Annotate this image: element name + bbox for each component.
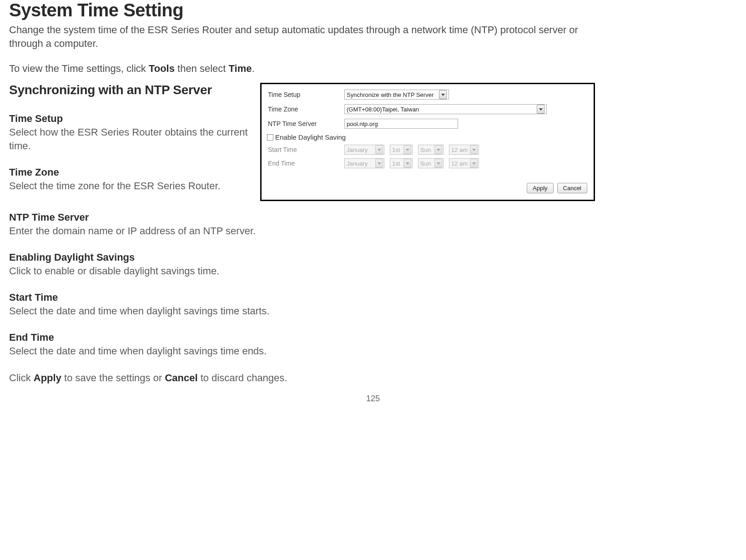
chevron-down-icon bbox=[403, 145, 411, 154]
end-hour-value: 12 am bbox=[451, 160, 468, 167]
label-end-time: End Time bbox=[267, 160, 344, 167]
def-ntp: NTP Time Server Enter the domain name or… bbox=[9, 212, 737, 238]
def-end-time-title: End Time bbox=[9, 332, 737, 343]
start-day-select[interactable]: Sun bbox=[418, 145, 444, 155]
apply-cancel-note: Click Apply to save the settings or Canc… bbox=[9, 371, 737, 385]
def-time-setup-title: Time Setup bbox=[9, 113, 255, 125]
def-start-time-title: Start Time bbox=[9, 292, 737, 303]
chevron-down-icon bbox=[537, 105, 544, 114]
apply-suffix: to discard changes. bbox=[198, 372, 287, 383]
time-zone-value: (GMT+08:00)Taipei, Taiwan bbox=[347, 106, 419, 113]
apply-prefix: Click bbox=[9, 372, 34, 383]
enable-dst-checkbox[interactable] bbox=[267, 134, 273, 141]
start-month-select[interactable]: January bbox=[344, 145, 384, 155]
def-time-setup: Time Setup Select how the ESR Series Rou… bbox=[9, 113, 255, 152]
def-time-zone: Time Zone Select the time zone for the E… bbox=[9, 166, 255, 193]
start-hour-select[interactable]: 12 am bbox=[449, 145, 479, 155]
end-hour-select[interactable]: 12 am bbox=[449, 158, 479, 168]
chevron-down-icon bbox=[470, 159, 478, 168]
page-number: 125 bbox=[9, 394, 737, 404]
intro-text: Change the system time of the ESR Series… bbox=[9, 23, 582, 50]
page-title: System Time Setting bbox=[9, 0, 737, 20]
start-month-value: January bbox=[347, 146, 368, 153]
label-time-setup: Time Setup bbox=[267, 91, 344, 98]
apply-bold: Apply bbox=[34, 372, 61, 383]
chevron-down-icon bbox=[434, 145, 442, 154]
chevron-down-icon bbox=[375, 159, 383, 168]
end-ord-value: 1st bbox=[392, 160, 400, 167]
start-ord-value: 1st bbox=[392, 146, 400, 153]
nav-time: Time bbox=[229, 63, 252, 74]
ntp-server-input[interactable] bbox=[344, 119, 458, 129]
def-end-time: End Time Select the date and time when d… bbox=[9, 332, 737, 358]
start-ordinal-select[interactable]: 1st bbox=[390, 145, 413, 155]
time-settings-panel: Time Setup Synchronize with the NTP Serv… bbox=[260, 83, 595, 201]
apply-button[interactable]: Apply bbox=[527, 183, 554, 193]
label-time-zone: Time Zone bbox=[267, 106, 344, 113]
def-time-zone-title: Time Zone bbox=[9, 166, 255, 178]
nav-tools: Tools bbox=[149, 63, 175, 74]
end-ordinal-select[interactable]: 1st bbox=[390, 158, 413, 168]
def-end-time-body: Select the date and time when daylight s… bbox=[9, 344, 737, 358]
start-hour-value: 12 am bbox=[451, 146, 468, 153]
chevron-down-icon bbox=[434, 159, 442, 168]
time-setup-select[interactable]: Synchronize with the NTP Server bbox=[344, 90, 449, 100]
def-time-zone-body: Select the time zone for the ESR Series … bbox=[9, 179, 255, 193]
def-start-time: Start Time Select the date and time when… bbox=[9, 292, 737, 318]
end-day-select[interactable]: Sun bbox=[418, 158, 444, 168]
cancel-bold: Cancel bbox=[165, 372, 197, 383]
chevron-down-icon bbox=[403, 159, 411, 168]
def-ntp-body: Enter the domain name or IP address of a… bbox=[9, 224, 737, 238]
def-dst-enable: Enabling Daylight Savings Click to enabl… bbox=[9, 252, 737, 278]
end-month-select[interactable]: January bbox=[344, 158, 384, 168]
def-start-time-body: Select the date and time when daylight s… bbox=[9, 304, 737, 318]
end-day-value: Sun bbox=[420, 160, 431, 167]
chevron-down-icon bbox=[470, 145, 478, 154]
nav-instruction: To view the Time settings, click Tools t… bbox=[9, 63, 737, 75]
def-ntp-title: NTP Time Server bbox=[9, 212, 737, 223]
label-ntp: NTP Time Server bbox=[267, 120, 344, 127]
time-setup-value: Synchronize with the NTP Server bbox=[347, 91, 433, 98]
chevron-down-icon bbox=[439, 90, 447, 99]
end-month-value: January bbox=[347, 160, 368, 167]
nav-suffix: . bbox=[252, 63, 255, 74]
chevron-down-icon bbox=[375, 145, 383, 154]
def-dst-enable-title: Enabling Daylight Savings bbox=[9, 252, 737, 263]
cancel-button[interactable]: Cancel bbox=[557, 183, 587, 193]
apply-mid: to save the settings or bbox=[61, 372, 165, 383]
start-day-value: Sun bbox=[420, 146, 431, 153]
time-zone-select[interactable]: (GMT+08:00)Taipei, Taiwan bbox=[344, 104, 547, 114]
def-dst-enable-body: Click to enable or disable daylight savi… bbox=[9, 264, 737, 278]
nav-prefix: To view the Time settings, click bbox=[9, 63, 149, 74]
nav-mid: then select bbox=[175, 63, 229, 74]
label-start-time: Start Time bbox=[267, 146, 344, 153]
enable-dst-label: Enable Daylight Saving bbox=[275, 133, 346, 141]
subheading: Synchronizing with an NTP Server bbox=[9, 83, 255, 97]
def-time-setup-body: Select how the ESR Series Router obtains… bbox=[9, 126, 255, 152]
